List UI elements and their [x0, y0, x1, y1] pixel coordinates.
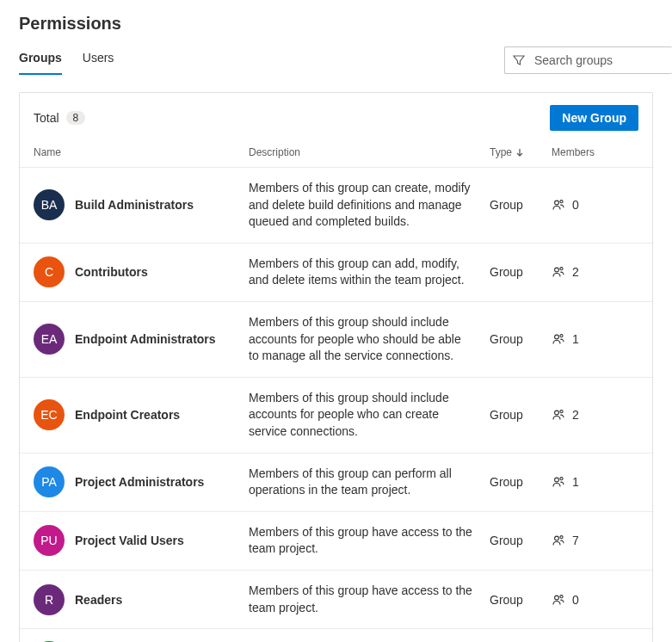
- svg-point-4: [555, 335, 559, 339]
- people-icon: [552, 332, 565, 346]
- group-name: Project Administrators: [75, 475, 204, 489]
- table-row[interactable]: EA Endpoint Administrators Members of th…: [20, 302, 652, 378]
- svg-point-12: [555, 596, 559, 600]
- group-description: Members of this group have access to the…: [249, 583, 490, 616]
- svg-point-10: [555, 536, 559, 540]
- search-container: [504, 46, 672, 74]
- members-count: 1: [572, 332, 579, 346]
- group-type: Group: [490, 265, 552, 279]
- members-count: 1: [572, 475, 579, 489]
- group-type: Group: [490, 408, 552, 422]
- table-row[interactable]: PU Project Valid Users Members of this g…: [20, 512, 652, 571]
- avatar: R: [34, 584, 65, 615]
- group-description: Members of this group can perform all op…: [249, 466, 490, 499]
- avatar: EC: [34, 399, 65, 430]
- table-row[interactable]: PA Project Administrators Members of thi…: [20, 454, 652, 512]
- page-title: Permissions: [19, 14, 653, 34]
- column-header-description[interactable]: Description: [249, 146, 490, 158]
- group-name: Contributors: [75, 265, 148, 279]
- svg-point-1: [560, 201, 563, 203]
- group-description: Members of this group should include acc…: [249, 314, 490, 365]
- people-icon: [552, 534, 565, 547]
- column-header-type[interactable]: Type: [490, 146, 552, 158]
- svg-point-11: [560, 536, 563, 539]
- svg-point-2: [555, 268, 559, 272]
- members-count: 2: [572, 408, 579, 422]
- svg-point-7: [560, 411, 563, 413]
- group-type: Group: [490, 332, 552, 346]
- table-header: Name Description Type Members: [20, 136, 652, 168]
- table-row[interactable]: C Contributors Members of this group can…: [20, 244, 652, 302]
- svg-point-9: [560, 478, 563, 480]
- group-type: Group: [490, 198, 552, 212]
- search-input[interactable]: [533, 52, 665, 68]
- members-count: 7: [572, 534, 579, 547]
- group-description: Members of this group have access to the…: [249, 524, 490, 558]
- members-cell: 7: [552, 534, 638, 547]
- table-row[interactable]: R Readers Members of this group have acc…: [20, 571, 652, 629]
- people-icon: [552, 198, 565, 212]
- members-cell: 2: [552, 265, 638, 279]
- group-name: Endpoint Administrators: [75, 332, 216, 346]
- group-name: Project Valid Users: [75, 534, 184, 547]
- members-cell: 2: [552, 408, 638, 422]
- svg-point-8: [555, 478, 559, 482]
- people-icon: [552, 408, 565, 422]
- svg-point-13: [560, 595, 563, 597]
- group-type: Group: [490, 593, 552, 607]
- members-cell: 0: [552, 198, 638, 212]
- table-row[interactable]: EC Endpoint Creators Members of this gro…: [20, 378, 652, 454]
- column-header-name[interactable]: Name: [34, 146, 249, 158]
- group-name: Endpoint Creators: [75, 408, 180, 422]
- avatar: PU: [34, 525, 65, 556]
- group-description: Members of this group should include acc…: [249, 390, 490, 441]
- members-count: 0: [572, 593, 579, 607]
- total-count-pill: 8: [66, 111, 86, 125]
- people-icon: [552, 265, 565, 279]
- sort-down-icon: [515, 148, 524, 157]
- avatar: C: [34, 256, 65, 287]
- svg-point-5: [560, 335, 563, 337]
- new-group-button[interactable]: New Group: [550, 105, 638, 131]
- groups-card: Total 8 New Group Name Description Type …: [19, 92, 653, 642]
- column-header-type-label: Type: [490, 146, 512, 158]
- avatar: PA: [34, 466, 65, 497]
- filter-icon: [512, 53, 526, 67]
- tab-users[interactable]: Users: [83, 46, 114, 75]
- column-header-members[interactable]: Members: [552, 146, 638, 158]
- table-row[interactable]: BA Build Administrators Members of this …: [20, 168, 652, 244]
- members-cell: 1: [552, 475, 638, 489]
- avatar: BA: [34, 189, 65, 220]
- members-cell: 0: [552, 593, 638, 607]
- group-type: Group: [490, 475, 552, 489]
- total-label: Total: [34, 111, 59, 125]
- group-description: Members of this group can create, modify…: [249, 180, 490, 231]
- people-icon: [552, 475, 565, 489]
- group-name: Build Administrators: [75, 198, 194, 212]
- svg-point-0: [555, 201, 559, 205]
- tabs-bar: Groups Users: [19, 46, 653, 75]
- people-icon: [552, 593, 565, 607]
- group-type: Group: [490, 534, 552, 547]
- svg-point-6: [555, 411, 559, 415]
- tab-groups[interactable]: Groups: [19, 46, 62, 75]
- group-name: Readers: [75, 593, 122, 607]
- avatar: EA: [34, 324, 65, 355]
- members-count: 2: [572, 265, 579, 279]
- members-cell: 1: [552, 332, 638, 346]
- members-count: 0: [572, 198, 579, 212]
- group-description: Members of this group can add, modify, a…: [249, 256, 490, 289]
- table-row[interactable]: FT fabrikam Team The default project tea…: [20, 629, 652, 642]
- svg-point-3: [560, 268, 563, 270]
